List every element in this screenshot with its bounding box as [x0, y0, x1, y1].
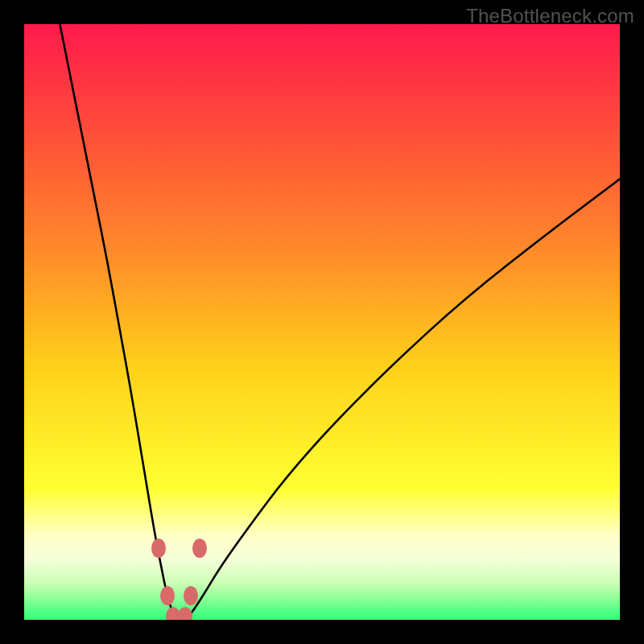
- chart-frame: TheBottleneck.com: [0, 0, 644, 644]
- curve-marker: [192, 539, 207, 558]
- watermark-text: TheBottleneck.com: [466, 5, 634, 27]
- curve-marker: [151, 539, 166, 558]
- curve-marker: [184, 586, 198, 605]
- plot-area: [24, 24, 620, 620]
- curve-marker: [160, 586, 175, 605]
- bottleneck-curve: [24, 24, 620, 620]
